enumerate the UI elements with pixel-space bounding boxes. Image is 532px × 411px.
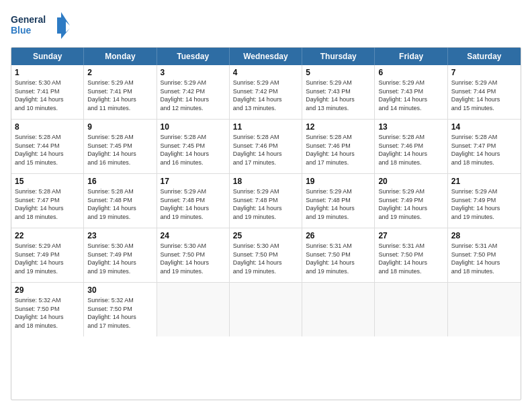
day-number: 22 [15,231,80,240]
weekday-header-monday: Monday [84,48,157,65]
day-number: 27 [378,231,443,240]
weekday-header-thursday: Thursday [302,48,375,65]
calendar-cell: 24Sunrise: 5:30 AMSunset: 7:50 PMDayligh… [157,228,230,282]
cell-info: Sunrise: 5:29 AMSunset: 7:49 PMDaylight:… [15,242,80,275]
day-number: 2 [87,68,152,77]
cell-info: Sunrise: 5:29 AMSunset: 7:43 PMDaylight:… [306,79,371,112]
cell-info: Sunrise: 5:29 AMSunset: 7:48 PMDaylight:… [233,187,298,221]
calendar-cell: 16Sunrise: 5:28 AMSunset: 7:48 PMDayligh… [84,174,157,228]
day-number: 21 [451,177,517,186]
calendar-header: SundayMondayTuesdayWednesdayThursdayFrid… [11,48,521,65]
day-number: 6 [378,68,443,77]
calendar-cell: 20Sunrise: 5:29 AMSunset: 7:49 PMDayligh… [375,174,447,228]
day-number: 15 [15,177,80,186]
day-number: 19 [306,177,371,186]
day-number: 25 [233,231,298,240]
cell-info: Sunrise: 5:31 AMSunset: 7:50 PMDaylight:… [378,242,443,275]
calendar-cell: 18Sunrise: 5:29 AMSunset: 7:48 PMDayligh… [230,174,302,228]
calendar-cell: 22Sunrise: 5:29 AMSunset: 7:49 PMDayligh… [11,228,84,282]
cell-info: Sunrise: 5:31 AMSunset: 7:50 PMDaylight:… [306,242,371,275]
day-number: 10 [161,122,226,132]
cell-info: Sunrise: 5:29 AMSunset: 7:41 PMDaylight:… [87,79,152,112]
calendar-row-0: 1Sunrise: 5:30 AMSunset: 7:41 PMDaylight… [11,65,521,120]
calendar-cell: 23Sunrise: 5:30 AMSunset: 7:49 PMDayligh… [84,228,157,282]
day-number: 7 [451,68,517,77]
svg-text:Blue: Blue [11,25,32,36]
cell-info: Sunrise: 5:28 AMSunset: 7:45 PMDaylight:… [87,133,152,167]
calendar-cell: 1Sunrise: 5:30 AMSunset: 7:41 PMDaylight… [11,65,84,119]
cell-info: Sunrise: 5:28 AMSunset: 7:46 PMDaylight:… [378,133,443,167]
calendar-cell: 2Sunrise: 5:29 AMSunset: 7:41 PMDaylight… [84,65,157,119]
day-number: 28 [451,231,517,240]
cell-info: Sunrise: 5:32 AMSunset: 7:50 PMDaylight:… [15,296,80,330]
svg-marker-2 [57,12,70,39]
calendar-cell: 12Sunrise: 5:28 AMSunset: 7:46 PMDayligh… [302,120,375,173]
calendar-row-4: 29Sunrise: 5:32 AMSunset: 7:50 PMDayligh… [11,283,521,336]
cell-info: Sunrise: 5:29 AMSunset: 7:49 PMDaylight:… [451,187,517,221]
day-number: 24 [161,231,226,240]
logo: General Blue [11,11,71,40]
cell-info: Sunrise: 5:28 AMSunset: 7:44 PMDaylight:… [15,133,80,167]
cell-info: Sunrise: 5:30 AMSunset: 7:49 PMDaylight:… [87,242,152,275]
calendar-cell: 14Sunrise: 5:28 AMSunset: 7:47 PMDayligh… [448,120,521,173]
calendar-cell: 19Sunrise: 5:29 AMSunset: 7:48 PMDayligh… [302,174,375,228]
calendar-row-3: 22Sunrise: 5:29 AMSunset: 7:49 PMDayligh… [11,228,521,283]
day-number: 14 [451,122,517,132]
calendar-cell: 5Sunrise: 5:29 AMSunset: 7:43 PMDaylight… [302,65,375,119]
header: General Blue [11,11,521,40]
day-number: 9 [87,122,152,132]
calendar: SundayMondayTuesdayWednesdayThursdayFrid… [11,47,521,400]
cell-info: Sunrise: 5:29 AMSunset: 7:43 PMDaylight:… [378,79,443,112]
calendar-row-1: 8Sunrise: 5:28 AMSunset: 7:44 PMDaylight… [11,120,521,174]
cell-info: Sunrise: 5:28 AMSunset: 7:48 PMDaylight:… [87,187,152,221]
general-blue-logo-svg: General Blue [11,11,71,40]
day-number: 4 [233,68,298,77]
day-number: 11 [233,122,298,132]
day-number: 29 [15,285,80,295]
cell-info: Sunrise: 5:29 AMSunset: 7:42 PMDaylight:… [233,79,298,112]
cell-info: Sunrise: 5:28 AMSunset: 7:45 PMDaylight:… [161,133,226,167]
day-number: 26 [306,231,371,240]
cell-info: Sunrise: 5:32 AMSunset: 7:50 PMDaylight:… [87,296,152,330]
calendar-cell: 15Sunrise: 5:28 AMSunset: 7:47 PMDayligh… [11,174,84,228]
day-number: 12 [306,122,371,132]
calendar-cell [375,283,447,336]
day-number: 18 [233,177,298,186]
weekday-header-saturday: Saturday [448,48,521,65]
day-number: 13 [378,122,443,132]
day-number: 3 [161,68,226,77]
cell-info: Sunrise: 5:30 AMSunset: 7:41 PMDaylight:… [15,79,80,112]
calendar-cell: 4Sunrise: 5:29 AMSunset: 7:42 PMDaylight… [230,65,302,119]
calendar-cell: 3Sunrise: 5:29 AMSunset: 7:42 PMDaylight… [157,65,230,119]
calendar-cell: 17Sunrise: 5:29 AMSunset: 7:48 PMDayligh… [157,174,230,228]
calendar-cell [448,283,521,336]
calendar-cell: 7Sunrise: 5:29 AMSunset: 7:44 PMDaylight… [448,65,521,119]
calendar-cell: 27Sunrise: 5:31 AMSunset: 7:50 PMDayligh… [375,228,447,282]
cell-info: Sunrise: 5:28 AMSunset: 7:47 PMDaylight:… [451,133,517,167]
day-number: 16 [87,177,152,186]
day-number: 30 [87,285,152,295]
calendar-cell: 10Sunrise: 5:28 AMSunset: 7:45 PMDayligh… [157,120,230,173]
calendar-cell: 30Sunrise: 5:32 AMSunset: 7:50 PMDayligh… [84,283,157,336]
calendar-cell: 21Sunrise: 5:29 AMSunset: 7:49 PMDayligh… [448,174,521,228]
day-number: 5 [306,68,371,77]
calendar-cell: 9Sunrise: 5:28 AMSunset: 7:45 PMDaylight… [84,120,157,173]
page: General Blue SundayMondayTuesdayWednesda… [0,0,532,411]
day-number: 1 [15,68,80,77]
cell-info: Sunrise: 5:29 AMSunset: 7:48 PMDaylight:… [161,187,226,221]
calendar-cell: 6Sunrise: 5:29 AMSunset: 7:43 PMDaylight… [375,65,447,119]
cell-info: Sunrise: 5:31 AMSunset: 7:50 PMDaylight:… [451,242,517,275]
cell-info: Sunrise: 5:29 AMSunset: 7:49 PMDaylight:… [378,187,443,221]
cell-info: Sunrise: 5:28 AMSunset: 7:46 PMDaylight:… [233,133,298,167]
cell-info: Sunrise: 5:29 AMSunset: 7:42 PMDaylight:… [161,79,226,112]
day-number: 17 [161,177,226,186]
calendar-cell [230,283,302,336]
weekday-header-tuesday: Tuesday [157,48,230,65]
calendar-cell: 26Sunrise: 5:31 AMSunset: 7:50 PMDayligh… [302,228,375,282]
calendar-cell: 11Sunrise: 5:28 AMSunset: 7:46 PMDayligh… [230,120,302,173]
day-number: 23 [87,231,152,240]
day-number: 8 [15,122,80,132]
cell-info: Sunrise: 5:29 AMSunset: 7:48 PMDaylight:… [306,187,371,221]
cell-info: Sunrise: 5:30 AMSunset: 7:50 PMDaylight:… [233,242,298,275]
weekday-header-wednesday: Wednesday [230,48,302,65]
